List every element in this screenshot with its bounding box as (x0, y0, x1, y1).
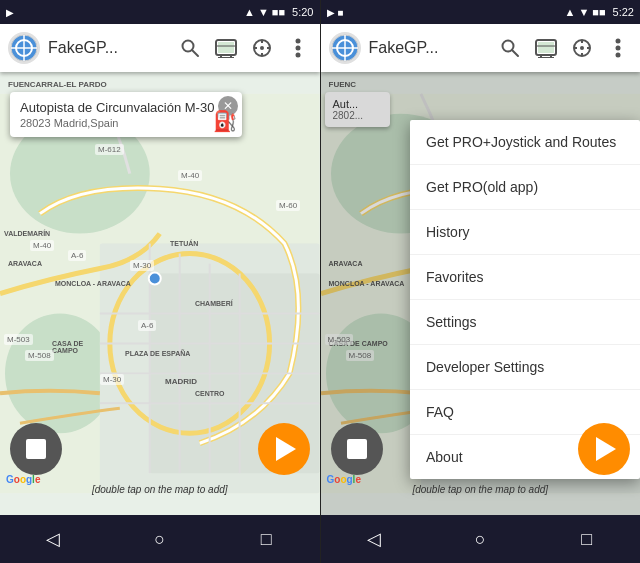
play-button-left[interactable] (258, 423, 310, 475)
back-icon-right: ◁ (367, 528, 381, 550)
recents-button-left[interactable]: □ (246, 519, 286, 559)
svg-point-23 (5, 313, 115, 433)
battery-icon: ■■ (272, 6, 285, 18)
map-background-left: FUENCARRAL-EL PARDO EL PARDO VALDEMARÍN … (0, 72, 320, 515)
menu-item-pro-joystick[interactable]: Get PRO+Joystick and Routes (410, 120, 640, 165)
map-hint-left: [double tap on the map to add] (0, 484, 320, 495)
menu-item-dev-settings[interactable]: Developer Settings (410, 345, 640, 390)
right-signal-icon: ▼ (578, 6, 589, 18)
left-app-bar: FakeGP... (0, 24, 320, 72)
right-nav-bar: ◁ ○ □ (321, 515, 641, 563)
svg-line-42 (512, 50, 518, 56)
status-left-icons: ▶ (6, 7, 14, 18)
right-phone-panel: ▶ ■ ▲ ▼ ■■ 5:22 FakeGP... (321, 0, 641, 563)
play-icon-right (596, 437, 616, 461)
signal-icon: ▼ (258, 6, 269, 18)
left-phone-panel: ▶ ▲ ▼ ■■ 5:20 FakeGP... (0, 0, 320, 563)
road-label-m40-left: M-40 (30, 240, 54, 251)
map-background-right: FUENC PA... ARAVACA MONCLOA - ARAVACA Ca… (321, 72, 641, 515)
search-button-left[interactable] (176, 34, 204, 62)
location-button-right[interactable] (568, 34, 596, 62)
menu-item-pro-old[interactable]: Get PRO(old app) (410, 165, 640, 210)
status-right-group: ▲ ▼ ■■ 5:20 (244, 6, 314, 18)
svg-rect-7 (218, 42, 234, 53)
popup-subtitle: 28023 Madrid,Spain (20, 117, 214, 129)
svg-point-19 (295, 46, 300, 51)
recents-icon-right: □ (581, 529, 592, 550)
location-button-left[interactable] (248, 34, 276, 62)
notification-icon: ▶ (6, 7, 14, 18)
play-button-right[interactable] (578, 423, 630, 475)
app-logo-left (8, 32, 40, 64)
road-label-m30-bottom: M-30 (100, 374, 124, 385)
map-label-aravaca: ARAVACA (8, 260, 42, 267)
info-popup-left[interactable]: Autopista de Circunvalación M-30 28023 M… (10, 92, 242, 137)
map-label-chamberi: CHAMBERÍ (195, 300, 233, 307)
right-status-left: ▶ ■ (327, 7, 344, 18)
map-label-madrid: Madrid (165, 377, 197, 386)
globe-button-left[interactable] (212, 34, 240, 62)
wifi-icon: ▲ (244, 6, 255, 18)
map-label-plazaespana: Plaza de España (125, 350, 190, 357)
right-status-bar: ▶ ■ ▲ ▼ ■■ 5:22 (321, 0, 641, 24)
svg-point-18 (295, 39, 300, 44)
back-button-right[interactable]: ◁ (354, 519, 394, 559)
map-label-moncloa: MONCLOA - ARAVACA (55, 280, 131, 287)
map-label-fuencarral: FUENCARRAL-EL PARDO (8, 80, 107, 89)
recents-button-right[interactable]: □ (567, 519, 607, 559)
map-controls-right (321, 423, 641, 475)
time-left: 5:20 (292, 6, 313, 18)
svg-point-50 (580, 46, 584, 50)
globe-button-right[interactable] (532, 34, 560, 62)
menu-item-settings[interactable]: Settings (410, 300, 640, 345)
more-button-right[interactable] (604, 34, 632, 62)
svg-rect-44 (538, 42, 554, 53)
map-label-casacampo: Casa deCampo (52, 340, 83, 354)
menu-item-favorites[interactable]: Favorites (410, 255, 640, 300)
svg-point-55 (616, 39, 621, 44)
right-map-area[interactable]: FUENC PA... ARAVACA MONCLOA - ARAVACA Ca… (321, 72, 641, 515)
play-icon-left (276, 437, 296, 461)
road-label-m40-top: M-40 (178, 170, 202, 181)
svg-line-5 (192, 50, 198, 56)
stop-button-left[interactable] (10, 423, 62, 475)
home-icon-left: ○ (154, 529, 165, 550)
road-label-m508: M-508 (25, 350, 54, 361)
svg-point-56 (616, 46, 621, 51)
stop-button-right[interactable] (331, 423, 383, 475)
stop-icon-left (26, 439, 46, 459)
app-title-right: FakeGP... (369, 39, 489, 57)
recents-icon-left: □ (261, 529, 272, 550)
stop-icon-right (347, 439, 367, 459)
back-button-left[interactable]: ◁ (33, 519, 73, 559)
app-logo-right (329, 32, 361, 64)
home-button-left[interactable]: ○ (140, 519, 180, 559)
svg-point-57 (616, 53, 621, 58)
left-nav-bar: ◁ ○ □ (0, 515, 320, 563)
app-title-left: FakeGP... (48, 39, 168, 57)
popup-title: Autopista de Circunvalación M-30 (20, 100, 214, 115)
right-status-right: ▲ ▼ ■■ 5:22 (565, 6, 635, 18)
svg-point-36 (149, 273, 161, 285)
home-button-right[interactable]: ○ (460, 519, 500, 559)
map-label-valdemarin: VALDEMARÍN (4, 230, 50, 237)
road-label-m60: M-60 (276, 200, 300, 211)
road-label-a6: A-6 (68, 250, 86, 261)
map-label-tetuan: TETUÁN (170, 240, 198, 247)
right-app-bar: FakeGP... (321, 24, 641, 72)
road-label-m612: M-612 (95, 144, 124, 155)
home-icon-right: ○ (475, 529, 486, 550)
map-hint-right: [double tap on the map to add] (321, 484, 641, 495)
road-label-m503: M-503 (4, 334, 33, 345)
map-label-centro: CENTRO (195, 390, 225, 397)
menu-item-history[interactable]: History (410, 210, 640, 255)
search-button-right[interactable] (496, 34, 524, 62)
map-controls-left (0, 423, 320, 475)
svg-point-13 (260, 46, 264, 50)
svg-point-20 (295, 53, 300, 58)
popup-icon: ⛽ (213, 109, 238, 133)
road-label-a6-2: A-6 (138, 320, 156, 331)
more-button-left[interactable] (284, 34, 312, 62)
right-notification-icon: ▶ ■ (327, 7, 344, 18)
left-map-area[interactable]: FUENCARRAL-EL PARDO EL PARDO VALDEMARÍN … (0, 72, 320, 515)
